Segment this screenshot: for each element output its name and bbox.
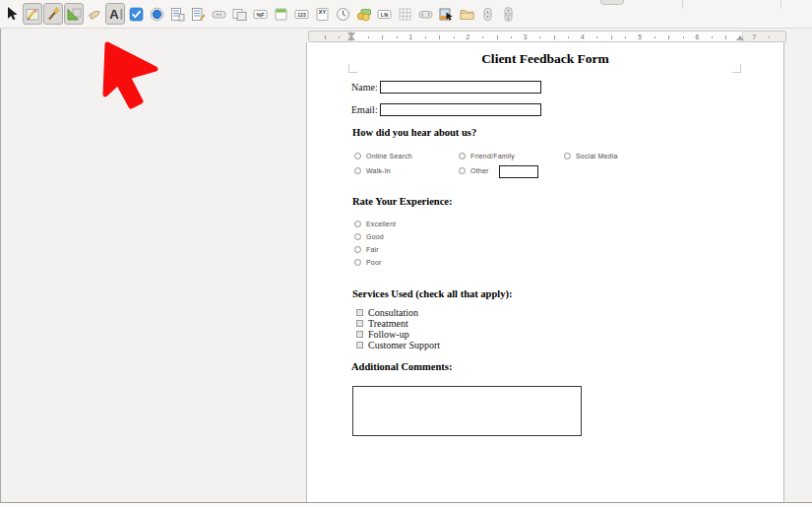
- letter-a-icon: A: [107, 6, 124, 23]
- image-control-icon: [438, 6, 455, 23]
- ruler-number: 7: [749, 32, 759, 42]
- formatted-field-button[interactable]: %F: [250, 3, 270, 25]
- checkbox-treatment[interactable]: Treatment: [356, 318, 408, 329]
- list-box-button[interactable]: [167, 3, 187, 25]
- pattern-field-icon: LN: [376, 6, 393, 23]
- navigation-icon: [417, 6, 434, 23]
- services-heading: Services Used (check all that apply):: [352, 288, 512, 299]
- window-top-tab[interactable]: [600, 0, 624, 5]
- email-input[interactable]: [380, 103, 541, 116]
- radio-label: Good: [366, 233, 384, 240]
- clock-icon: [335, 6, 351, 23]
- spin-button-button[interactable]: [477, 3, 497, 25]
- ruler-tick: [668, 35, 669, 39]
- grid-icon: [397, 6, 413, 23]
- radio-icon: [354, 167, 361, 174]
- ruler-tick: [596, 36, 597, 38]
- file-selection-button[interactable]: [457, 3, 476, 25]
- checkbox-customer-support[interactable]: Customer Support: [356, 340, 440, 350]
- currency-field-button[interactable]: [353, 3, 373, 25]
- pattern-field-button[interactable]: LN: [374, 3, 394, 25]
- scrollbar-button[interactable]: [498, 3, 518, 25]
- radio-fair[interactable]: Fair: [354, 246, 379, 253]
- magic-wand-icon: [45, 6, 62, 23]
- combo-box-icon: [190, 6, 207, 23]
- check-box-button[interactable]: [126, 3, 146, 25]
- ruler-tick: [325, 35, 326, 39]
- radio-icon: [354, 153, 361, 159]
- select-button[interactable]: [2, 3, 22, 25]
- image-button-button[interactable]: [229, 3, 249, 25]
- image-button-icon: [231, 6, 248, 23]
- ruler-number: 1: [406, 32, 415, 42]
- ruler-number: 5: [635, 32, 645, 42]
- ruler-number: 6: [692, 32, 702, 42]
- ruler-number: 3: [521, 32, 531, 42]
- ruler-tick: [769, 36, 770, 38]
- label-field-button[interactable]: [85, 3, 104, 25]
- radio-other[interactable]: Other: [459, 167, 489, 174]
- checkbox-checked-icon: [128, 6, 145, 23]
- svg-text:%F: %F: [256, 11, 265, 17]
- rate-heading: Rate Your Experience:: [352, 196, 452, 207]
- push-button-button[interactable]: [209, 3, 228, 25]
- checkbox-follow-up[interactable]: Follow-up: [356, 329, 409, 340]
- calendar-icon: [273, 6, 289, 23]
- email-label: Email:: [351, 104, 378, 115]
- checkbox-label: Customer Support: [368, 340, 440, 350]
- radio-good[interactable]: Good: [354, 233, 384, 240]
- text-box-button[interactable]: A: [105, 3, 125, 25]
- date-field-button[interactable]: [271, 3, 290, 25]
- ruler-tick: [655, 36, 656, 38]
- time-field-button[interactable]: [333, 3, 352, 25]
- ruler-left-margin: [309, 32, 351, 41]
- checkbox-consultation[interactable]: Consultation: [356, 307, 418, 318]
- table-control-button[interactable]: [395, 3, 414, 25]
- radio-label: Poor: [366, 259, 382, 266]
- ruler-tick: [683, 36, 684, 38]
- group-box-button[interactable]: XY: [312, 3, 332, 25]
- navigation-bar-button[interactable]: [415, 3, 435, 25]
- list-box-icon: [169, 6, 186, 23]
- ruler-tick: [397, 36, 398, 38]
- ruler-tick: [454, 36, 455, 38]
- radio-excellent[interactable]: Excellent: [354, 221, 396, 227]
- numeric-field-button[interactable]: 123: [291, 3, 311, 25]
- name-input[interactable]: [380, 81, 541, 94]
- form-wizards-button[interactable]: [43, 3, 63, 25]
- checkbox-label: Follow-up: [368, 329, 409, 340]
- ruler-tick: [625, 36, 626, 38]
- option-button-button[interactable]: [147, 3, 166, 25]
- comments-textarea[interactable]: [352, 386, 582, 436]
- radio-social-media[interactable]: Social Media: [564, 153, 617, 159]
- radio-icon: [354, 259, 361, 266]
- form-design-button[interactable]: [64, 3, 84, 25]
- spin-button-icon: [479, 6, 496, 23]
- radio-label: Fair: [366, 246, 379, 253]
- hear-heading: How did you hear about us?: [352, 127, 476, 138]
- combo-box-button[interactable]: [188, 3, 208, 25]
- image-control-button[interactable]: [436, 3, 456, 25]
- numeric-field-icon: 123: [293, 6, 310, 23]
- radio-label: Other: [470, 167, 489, 174]
- checkbox-label: Consultation: [368, 307, 418, 318]
- radio-label: Walk-In: [366, 167, 391, 174]
- design-mode-button[interactable]: [23, 3, 42, 25]
- left-indent-marker[interactable]: [347, 35, 355, 40]
- radio-friend-family[interactable]: Friend/Family: [459, 153, 515, 159]
- comments-heading: Additional Comments:: [351, 361, 452, 372]
- folder-icon: [459, 6, 475, 23]
- horizontal-ruler[interactable]: 1234567: [308, 31, 786, 42]
- radio-poor[interactable]: Poor: [354, 259, 382, 266]
- ruler-tick: [539, 36, 540, 38]
- radio-label: Online Search: [366, 153, 412, 159]
- radio-online-search[interactable]: Online Search: [354, 153, 412, 159]
- radio-walk-in[interactable]: Walk-In: [354, 167, 391, 174]
- radio-label: Social Media: [576, 153, 617, 159]
- radio-icon: [354, 246, 361, 253]
- radio-button-icon: [149, 6, 165, 23]
- other-input[interactable]: [499, 165, 538, 178]
- cursor-arrow-icon: [4, 6, 21, 23]
- scrollbar-icon: [500, 6, 517, 23]
- red-pointer-arrow: [98, 41, 165, 116]
